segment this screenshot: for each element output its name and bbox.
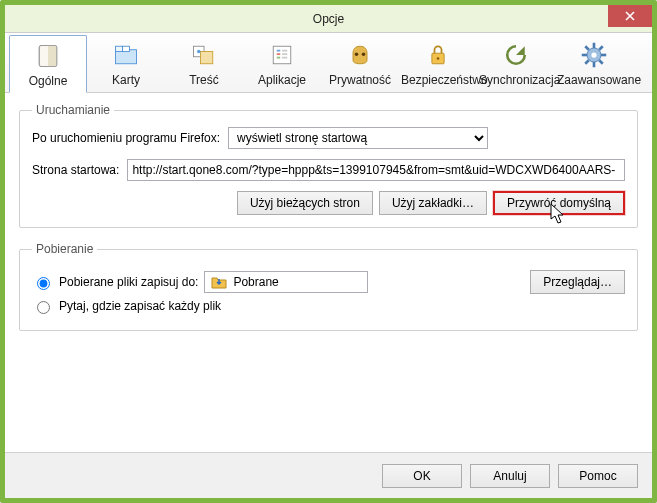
onstart-select[interactable]: wyświetl stronę startową (228, 127, 488, 149)
tab-label: Bezpieczeństwo (401, 73, 475, 87)
svg-line-29 (599, 60, 603, 64)
general-icon (12, 40, 84, 72)
svg-rect-9 (201, 52, 213, 64)
save-to-label: Pobierane pliki zapisuj do: (59, 275, 198, 289)
svg-rect-14 (277, 57, 281, 59)
svg-point-10 (197, 50, 201, 54)
restore-default-button[interactable]: Przywróć domyślną (493, 191, 625, 215)
lock-icon (401, 39, 475, 71)
svg-rect-6 (116, 46, 123, 51)
tab-sync[interactable]: Synchronizacja (477, 35, 555, 92)
tab-label: Karty (89, 73, 163, 87)
ask-radio[interactable] (37, 301, 50, 314)
tab-label: Ogólne (12, 74, 84, 88)
tabs-icon (89, 39, 163, 71)
ask-label: Pytaj, gdzie zapisać każdy plik (59, 299, 221, 313)
homepage-input[interactable] (127, 159, 625, 181)
svg-line-31 (599, 46, 603, 50)
tab-label: Zaawansowane (557, 73, 631, 87)
downloads-legend: Pobieranie (32, 242, 97, 256)
help-button[interactable]: Pomoc (558, 464, 638, 488)
svg-line-28 (585, 46, 589, 50)
sync-icon (479, 39, 553, 71)
startup-group: Uruchamianie Po uruchomieniu programu Fi… (19, 103, 638, 228)
apps-icon (245, 39, 319, 71)
dialog-footer: OK Anuluj Pomoc (5, 452, 652, 498)
content-icon (167, 39, 241, 71)
use-current-pages-button[interactable]: Użyj bieżących stron (237, 191, 373, 215)
privacy-icon (323, 39, 397, 71)
browse-button[interactable]: Przeglądaj… (530, 270, 625, 294)
tab-label: Synchronizacja (479, 73, 553, 87)
tab-label: Prywatność (323, 73, 397, 87)
svg-rect-17 (282, 57, 287, 59)
window-title: Opcje (313, 12, 344, 26)
startup-legend: Uruchamianie (32, 103, 114, 117)
downloads-group: Pobieranie Pobierane pliki zapisuj do: P… (19, 242, 638, 331)
svg-rect-3 (48, 46, 57, 67)
options-body: Uruchamianie Po uruchomieniu programu Fi… (5, 93, 652, 454)
tab-content[interactable]: Treść (165, 35, 243, 92)
svg-rect-16 (282, 53, 287, 55)
tab-general[interactable]: Ogólne (9, 35, 87, 93)
titlebar: Opcje (5, 5, 652, 33)
onstart-label: Po uruchomieniu programu Firefox: (32, 131, 220, 145)
svg-rect-7 (123, 46, 130, 51)
use-bookmark-button[interactable]: Użyj zakładki… (379, 191, 487, 215)
save-to-radio[interactable] (37, 277, 50, 290)
tab-privacy[interactable]: Prywatność (321, 35, 399, 92)
tab-tabs[interactable]: Karty (87, 35, 165, 92)
svg-line-30 (585, 60, 589, 64)
category-toolbar: Ogólne Karty Treść (5, 33, 652, 93)
svg-rect-13 (277, 53, 281, 55)
ok-button[interactable]: OK (382, 464, 462, 488)
svg-point-18 (355, 52, 359, 56)
svg-point-23 (591, 52, 596, 57)
tab-label: Treść (167, 73, 241, 87)
homepage-label: Strona startowa: (32, 163, 119, 177)
tab-apps[interactable]: Aplikacje (243, 35, 321, 92)
download-folder-field[interactable]: Pobrane (204, 271, 368, 293)
svg-point-21 (437, 57, 440, 60)
svg-rect-12 (277, 50, 281, 52)
svg-rect-15 (282, 50, 287, 52)
tab-label: Aplikacje (245, 73, 319, 87)
download-folder-value: Pobrane (233, 275, 278, 289)
close-button[interactable] (608, 5, 652, 27)
svg-point-19 (362, 52, 366, 56)
gear-icon (557, 39, 631, 71)
folder-icon (211, 274, 227, 290)
tab-security[interactable]: Bezpieczeństwo (399, 35, 477, 92)
cancel-button[interactable]: Anuluj (470, 464, 550, 488)
close-icon (625, 11, 635, 21)
tab-advanced[interactable]: Zaawansowane (555, 35, 633, 92)
